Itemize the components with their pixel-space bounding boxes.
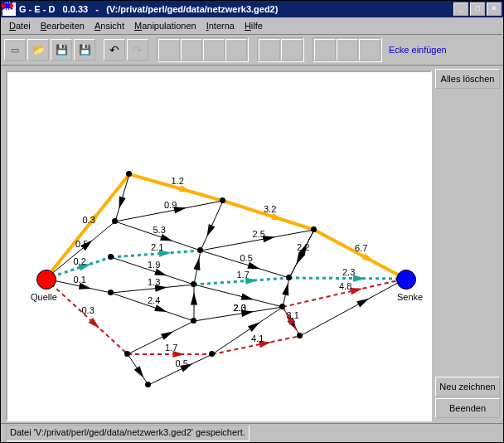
menu-manipulationen[interactable]: Manipulationen — [129, 19, 201, 32]
edge-weight: 2.2 — [297, 242, 309, 252]
graph-node-e[interactable] — [197, 247, 203, 253]
graph-node-j[interactable] — [191, 318, 196, 324]
graph-node-h[interactable] — [191, 281, 196, 287]
redraw-button[interactable]: Neu zeichnen — [435, 377, 500, 397]
graph-canvas[interactable]: 0.31.23.26.70.50.92.55.30.52.30.22.11.91… — [6, 71, 432, 421]
svg-marker-89 — [248, 322, 260, 332]
svg-marker-81 — [241, 294, 254, 300]
graph-node-n[interactable] — [297, 333, 303, 338]
svg-marker-61 — [193, 258, 200, 270]
mode-add-edge[interactable] — [181, 39, 202, 61]
graph-node-c[interactable] — [311, 226, 317, 232]
graph-node-b[interactable] — [220, 197, 225, 203]
file-path: (V:/privat/perl/ged/data/netzwerk3.ged2) — [106, 4, 278, 14]
graph-node-k[interactable] — [279, 304, 285, 309]
svg-marker-39 — [119, 196, 126, 208]
edge-weight: 0.3 — [82, 305, 94, 315]
mode-delete-group — [313, 37, 382, 62]
content-area: 0.31.23.26.70.50.92.55.30.52.30.22.11.91… — [1, 66, 503, 423]
menu-bar: Datei Bearbeiten Ansicht Manipulationen … — [1, 17, 503, 35]
redo-button[interactable] — [127, 39, 148, 61]
edge-weight: 3.2 — [264, 204, 276, 214]
mode-cut-edge[interactable] — [281, 39, 303, 61]
mode-edge-group — [257, 37, 304, 62]
maximize-button[interactable]: □ — [470, 2, 485, 16]
edge-weight: 0.5 — [240, 253, 253, 263]
svg-marker-37 — [207, 224, 216, 236]
graph-node-p[interactable] — [145, 382, 151, 387]
mode-move-node[interactable] — [259, 39, 280, 61]
svg-marker-25 — [10, 3, 13, 8]
edge-weight: 0.1 — [74, 275, 86, 285]
menu-help[interactable]: Hilfe — [240, 19, 268, 32]
svg-line-92 — [300, 279, 405, 336]
svg-marker-79 — [191, 293, 197, 305]
edge-weight: 1.7 — [165, 343, 177, 353]
status-message: Datei 'V:/privat/perl/ged/data/netzwerk3… — [6, 425, 250, 441]
menu-view[interactable]: Ansicht — [90, 19, 129, 32]
app-name: G - E - D — [19, 4, 55, 14]
svg-point-22 — [2, 4, 5, 7]
menu-file[interactable]: Datei — [4, 19, 36, 32]
edge-weight: 0.5 — [75, 239, 88, 249]
menu-interna[interactable]: Interna — [201, 19, 240, 32]
svg-marker-75 — [350, 288, 362, 295]
minimize-button[interactable]: _ — [453, 2, 468, 16]
menu-edit[interactable]: Bearbeiten — [36, 19, 90, 32]
graph-node-d[interactable] — [112, 218, 118, 224]
svg-marker-85 — [161, 331, 173, 339]
status-bar: Datei 'V:/privat/perl/ged/data/netzwerk3… — [1, 423, 503, 442]
graph-node-a[interactable] — [126, 171, 132, 177]
edge-weight: 2.3 — [342, 267, 355, 277]
edge-weight: 2.4 — [148, 295, 160, 305]
mode-del-node[interactable] — [314, 39, 336, 61]
window-title: G - E - D 0.0.33 - (V:/privat/perl/ged/d… — [19, 4, 453, 14]
svg-marker-29 — [179, 185, 191, 192]
save-as-button[interactable] — [74, 39, 95, 61]
title-bar: G - E - D 0.0.33 - (V:/privat/perl/ged/d… — [1, 1, 503, 17]
graph-node-sink[interactable] — [396, 270, 416, 290]
mode-add-diredge[interactable] — [203, 39, 225, 61]
undo-button[interactable] — [104, 39, 125, 61]
mode-add-biedge[interactable] — [225, 39, 247, 61]
svg-line-50 — [289, 278, 405, 279]
graph-node-src[interactable] — [36, 270, 56, 290]
svg-line-82 — [46, 279, 128, 354]
quit-button[interactable]: Beenden — [435, 398, 500, 418]
svg-line-84 — [128, 321, 194, 354]
open-button[interactable] — [27, 39, 49, 61]
sink-label: Senke — [397, 292, 423, 302]
svg-marker-57 — [154, 269, 167, 276]
svg-marker-69 — [154, 304, 167, 312]
edge-weight: 1.9 — [148, 260, 160, 270]
edge-weight: 4.1 — [251, 333, 264, 343]
edge-weight: 4.8 — [339, 281, 351, 291]
toolbar: Ecke einfügen — [1, 35, 503, 66]
svg-marker-73 — [282, 283, 288, 295]
app-version: 0.0.33 — [63, 4, 89, 14]
graph-node-g[interactable] — [108, 254, 114, 260]
svg-marker-47 — [160, 234, 172, 241]
app-window: G - E - D 0.0.33 - (V:/privat/perl/ged/d… — [0, 0, 504, 443]
edge-weight: 5.3 — [153, 225, 166, 235]
edge-weight: 2.0 — [234, 303, 246, 313]
svg-marker-49 — [247, 262, 259, 269]
graph-node-m[interactable] — [209, 351, 215, 357]
edge-weight: 2.1 — [151, 242, 163, 252]
clear-all-button[interactable]: Alles löschen — [435, 69, 500, 89]
mode-node-group — [157, 37, 249, 62]
mode-del-edge[interactable] — [337, 39, 358, 61]
mode-add-node[interactable] — [158, 39, 180, 61]
mode-del-diredge[interactable] — [359, 39, 380, 61]
new-button[interactable] — [4, 39, 26, 61]
close-button[interactable]: × — [487, 2, 502, 16]
svg-marker-93 — [356, 299, 369, 308]
toolbar-mode-label: Ecke einfügen — [389, 45, 447, 55]
graph-node-l[interactable] — [124, 351, 130, 357]
edge-weight: 0.5 — [176, 358, 188, 368]
graph-node-i[interactable] — [108, 290, 114, 295]
edge-weight: 0.3 — [83, 215, 95, 225]
graph-node-f[interactable] — [286, 275, 292, 280]
svg-marker-97 — [134, 366, 144, 378]
save-button[interactable] — [51, 39, 72, 61]
